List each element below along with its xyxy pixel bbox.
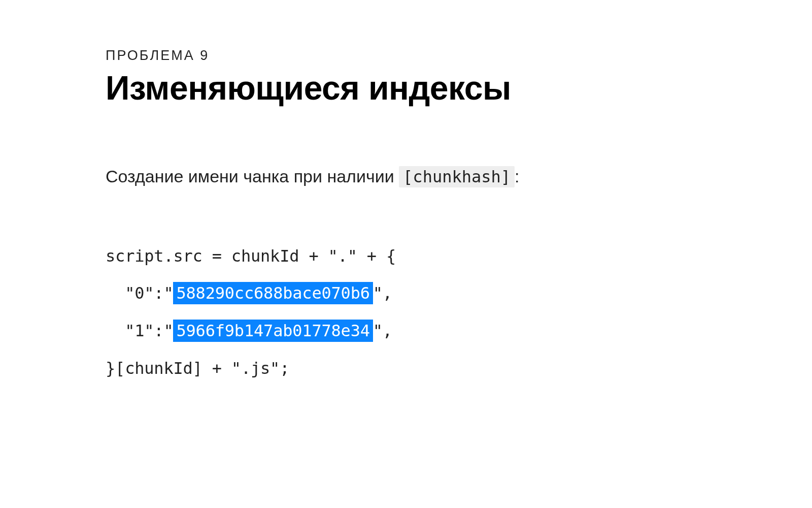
code-line-1: script.src = chunkId + "." + { xyxy=(106,246,396,266)
lead-sentence: Создание имени чанка при наличии [chunkh… xyxy=(106,166,706,187)
code-line-3-post: ", xyxy=(373,321,392,340)
slide: ПРОБЛЕМА 9 Изменяющиеся индексы Создание… xyxy=(0,0,812,508)
code-line-3-pre: "1":" xyxy=(106,321,173,340)
chunkhash-chip: [chunkhash] xyxy=(399,166,515,187)
hash-0: 588290cc688bace070b6 xyxy=(173,282,373,304)
lead-prefix: Создание имени чанка при наличии xyxy=(106,167,399,186)
code-line-2-pre: "0":" xyxy=(106,283,173,303)
code-block: script.src = chunkId + "." + { "0":"5882… xyxy=(106,238,706,387)
hash-1: 5966f9b147ab01778e34 xyxy=(173,320,373,342)
lead-suffix: : xyxy=(515,167,519,186)
code-line-4: }[chunkId] + ".js"; xyxy=(106,359,289,378)
code-line-2-post: ", xyxy=(373,283,392,303)
slide-title: Изменяющиеся индексы xyxy=(106,69,706,107)
eyebrow-label: ПРОБЛЕМА 9 xyxy=(106,48,706,64)
